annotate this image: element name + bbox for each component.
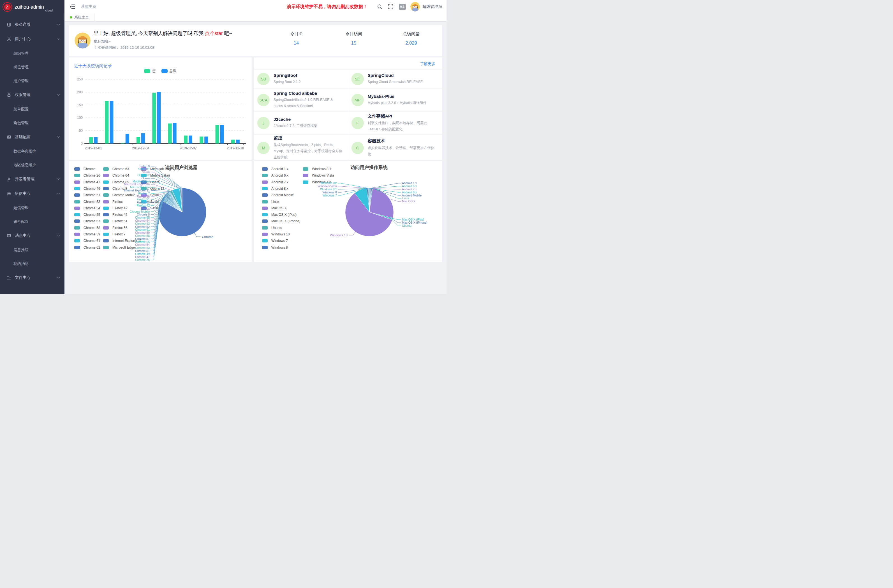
sidebar-item-权限管理[interactable]: 权限管理	[0, 88, 65, 102]
tab-home[interactable]: 系统主页	[65, 14, 95, 21]
legend-item-Chrome 47[interactable]: Chrome 47	[74, 180, 100, 184]
tech-title: Mybatis-Plus	[368, 94, 427, 99]
tech-title: J2cache	[274, 117, 317, 122]
legend-item-Microsoft Edge[interactable]: Microsoft Edge	[103, 245, 135, 250]
sidebar-item-用户中心[interactable]: 用户中心	[0, 32, 65, 47]
last-login: 上次登录时间： 2019-12-10 10:03:08	[94, 45, 154, 50]
sidebar-item-用户管理[interactable]: 用户管理	[0, 74, 65, 88]
legend-item-Chrome 53[interactable]: Chrome 53	[74, 200, 100, 204]
sidebar-item-label: 数据字典维护	[14, 149, 36, 154]
tech-card-Mybatis-Plus[interactable]: MPMybatis-PlusMybatis-plus 3.2.0：Mybatis…	[348, 89, 442, 111]
legend-item-Windows 10[interactable]: Windows 10	[262, 232, 290, 236]
legend-item-Android 8.x[interactable]: Android 8.x	[262, 186, 289, 191]
legend-item-Opera 12[interactable]: Opera 12	[141, 186, 164, 191]
legend-item-Chrome 58[interactable]: Chrome 58	[74, 226, 100, 230]
legend-item-Chrome 63[interactable]: Chrome 63	[103, 167, 129, 171]
legend-item-Chrome[interactable]: Chrome	[74, 167, 96, 171]
legend-item-Windows Vista[interactable]: Windows Vista	[303, 173, 334, 177]
sidebar-item-务必详看[interactable]: 务必详看	[0, 17, 65, 32]
legend-swatch	[262, 213, 268, 217]
legend-item-Chrome 59[interactable]: Chrome 59	[74, 232, 100, 236]
tech-card-SpringBoot[interactable]: SBSpringBootSpring Boot 2.1.2	[254, 69, 348, 89]
legend-item-Android Mobile[interactable]: Android Mobile	[262, 193, 294, 197]
legend-item-Android 6.x[interactable]: Android 6.x	[262, 173, 289, 177]
legend-item-Safari 11[interactable]: Safari 11	[141, 200, 164, 204]
legend-item-Safari[interactable]: Safari	[141, 193, 159, 197]
sidebar-item-数据字典维护[interactable]: 数据字典维护	[0, 144, 65, 158]
tech-card-SpringCloud[interactable]: SCSpringCloudSpring Cloud Greenwich.RELE…	[348, 69, 442, 89]
tech-title: SpringBoot	[274, 73, 301, 78]
legend-item-Chrome 26[interactable]: Chrome 26	[74, 173, 100, 177]
sidebar-item-消息推送[interactable]: 消息推送	[0, 243, 65, 257]
user-avatar[interactable]	[410, 2, 420, 12]
tech-card-Spring Cloud alibaba[interactable]: SCASpring Cloud alibabaSpringCloudAlibab…	[254, 89, 348, 111]
star-link[interactable]: 点个star	[205, 30, 223, 36]
legend-item-您[interactable]: 您	[144, 68, 156, 74]
legend-item-Linux[interactable]: Linux	[262, 200, 280, 204]
legend-item-Firefox[interactable]: Firefox	[103, 200, 123, 204]
legend-item-Chrome 61[interactable]: Chrome 61	[74, 239, 100, 243]
legend-item-Chrome 54[interactable]: Chrome 54	[74, 206, 100, 210]
sidebar-item-地区信息维护[interactable]: 地区信息维护	[0, 158, 65, 172]
app-logo[interactable]: Z zuihou-admin cloud	[0, 0, 65, 14]
legend-item-Mobile Safari[interactable]: Mobile Safari	[141, 173, 170, 177]
learn-more-link[interactable]: 了解更多	[420, 62, 435, 66]
legend-item-Windows 8.1[interactable]: Windows 8.1	[303, 167, 331, 171]
menu-collapse-icon[interactable]	[69, 4, 75, 9]
sidebar-item-我的消息[interactable]: 我的消息	[0, 257, 65, 271]
legend-item-Firefox 56[interactable]: Firefox 56	[103, 226, 127, 230]
tech-card-监控[interactable]: M监控集成SpringBootAdmin、Zipkin、Redis、Mysql、…	[254, 135, 348, 160]
legend-item-Windows 8[interactable]: Windows 8	[262, 245, 288, 250]
sidebar-item-基础配置[interactable]: 基础配置	[0, 130, 65, 144]
tech-avatar: SC	[352, 73, 364, 85]
legend-item-Chrome 8[interactable]: Chrome 8	[103, 186, 127, 191]
tech-card-J2cache[interactable]: JJ2cacheJ2cache2.7.8: 二级缓存框架	[254, 111, 348, 135]
tech-card-文件存储API[interactable]: F文件存储API封装文件接口，实现本地存储、阿里云、FastDFS存储的配置化	[348, 111, 442, 135]
sidebar-item-短信中心[interactable]: 短信中心	[0, 186, 65, 201]
legend-item-Chrome Mobile[interactable]: Chrome Mobile	[103, 193, 135, 197]
legend-item-Windows 7[interactable]: Windows 7	[262, 239, 288, 243]
legend-item-Firefox 42[interactable]: Firefox 42	[103, 206, 127, 210]
stats-row: 今日IP14今日访问15总访问量2,029	[274, 32, 434, 46]
sidebar-item-角色管理[interactable]: 角色管理	[0, 116, 65, 130]
legend-item-Microsoft Edge (16)[interactable]: Microsoft Edge (16)	[141, 167, 180, 171]
legend-item-Windows XP[interactable]: Windows XP	[303, 180, 331, 184]
legend-item-Chrome 57[interactable]: Chrome 57	[74, 219, 100, 223]
sidebar-item-菜单配置[interactable]: 菜单配置	[0, 102, 65, 116]
legend-item-Firefox 51[interactable]: Firefox 51	[103, 219, 127, 223]
image-icon	[7, 135, 11, 139]
breadcrumb[interactable]: 系统主页	[81, 4, 96, 9]
legend-item-Firefox 45[interactable]: Firefox 45	[103, 213, 127, 217]
legend-item-Chrome 51[interactable]: Chrome 51	[74, 193, 100, 197]
legend-item-Android 7.x[interactable]: Android 7.x	[262, 180, 289, 184]
sidebar-item-消息中心[interactable]: 消息中心	[0, 229, 65, 243]
legend-item-Chrome 65[interactable]: Chrome 65	[103, 180, 129, 184]
sidebar-item-文件中心[interactable]: 文件中心	[0, 271, 65, 285]
sidebar-item-开发者管理[interactable]: 开发者管理	[0, 172, 65, 186]
legend-item-Ubuntu[interactable]: Ubuntu	[262, 226, 282, 230]
legend-item-Chrome 62[interactable]: Chrome 62	[74, 245, 100, 250]
legend-item-Mac OS X (iPad)[interactable]: Mac OS X (iPad)	[262, 213, 296, 217]
legend-item-Mac OS X (iPhone)[interactable]: Mac OS X (iPhone)	[262, 219, 300, 223]
username[interactable]: 超级管理员	[422, 4, 442, 9]
svg-text:Windows 8.1: Windows 8.1	[320, 188, 337, 191]
search-icon[interactable]	[377, 4, 383, 9]
legend-item-Internet Explorer 11[interactable]: Internet Explorer 11	[103, 239, 142, 243]
legend-item-Chrome 55[interactable]: Chrome 55	[74, 213, 100, 217]
legend-item-Opera[interactable]: Opera	[141, 180, 159, 184]
sidebar-item-组织管理[interactable]: 组织管理	[0, 47, 65, 60]
legend-item-Mac OS X[interactable]: Mac OS X	[262, 206, 287, 210]
legend-label: Chrome 59	[84, 232, 100, 236]
sidebar-item-短信管理[interactable]: 短信管理	[0, 201, 65, 215]
legend-item-Safari 9[interactable]: Safari 9	[141, 206, 162, 210]
legend-item-Firefox 7[interactable]: Firefox 7	[103, 232, 126, 236]
legend-item-Chrome 64[interactable]: Chrome 64	[103, 173, 129, 177]
fullscreen-icon[interactable]	[388, 4, 394, 9]
sidebar-item-岗位管理[interactable]: 岗位管理	[0, 60, 65, 74]
legend-item-总数[interactable]: 总数	[161, 68, 177, 74]
legend-item-Chrome 49[interactable]: Chrome 49	[74, 186, 100, 191]
legend-item-Android 1.x[interactable]: Android 1.x	[262, 167, 289, 171]
tech-card-容器技术[interactable]: C容器技术虚拟化容器技术，让迁移、部署更加方便快捷	[348, 135, 442, 160]
translate-icon[interactable]: A文	[399, 4, 406, 10]
sidebar-item-账号配置[interactable]: 账号配置	[0, 215, 65, 229]
